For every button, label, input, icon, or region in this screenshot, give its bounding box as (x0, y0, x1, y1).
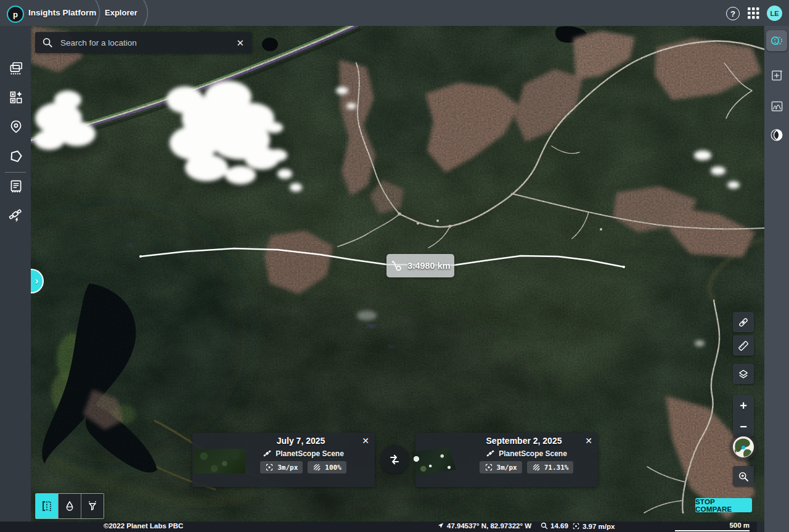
resolution-icon (484, 463, 493, 472)
sidebar-item-scenes[interactable] (7, 60, 24, 76)
coverage-badge: 100% (308, 461, 346, 473)
water-mode-button[interactable] (58, 494, 81, 518)
scene-date: July 7, 2025 (244, 436, 358, 446)
filter-mode-button[interactable] (81, 494, 104, 518)
polygon-icon (8, 149, 24, 165)
histogram-icon (770, 99, 784, 113)
close-icon[interactable]: ✕ (362, 436, 369, 445)
search-input[interactable] (58, 38, 236, 47)
ground-resolution: 3.97 m/px (572, 522, 615, 530)
compare-mode-button[interactable] (36, 494, 58, 518)
sidebar-item-orders[interactable] (7, 178, 24, 194)
resolution-icon (572, 522, 580, 530)
share-link-button[interactable] (733, 312, 754, 332)
sidebar-item-enhance[interactable] (766, 125, 787, 145)
measure-tooltip: 3.4980 km (386, 254, 454, 277)
scenes-icon (8, 60, 24, 76)
scene-thumbnail[interactable] (194, 449, 245, 473)
globe-button[interactable] (730, 433, 757, 460)
close-icon[interactable]: ✕ (585, 436, 592, 445)
tab-divider-arc (94, 0, 106, 26)
clear-percent-icon (313, 463, 321, 472)
water-drop-icon (63, 500, 76, 512)
zoom-area-button[interactable] (733, 466, 754, 486)
search-clear-icon[interactable]: ✕ (236, 38, 244, 47)
contrast-icon (769, 128, 784, 142)
globe-icon (731, 435, 756, 459)
left-sidebar: ⚙ (0, 26, 31, 522)
satellite-icon (263, 449, 272, 458)
compare-card-left: July 7, 2025 ✕ PlanetScope Scene 3m/px 1… (192, 433, 375, 487)
measure-tool-button[interactable] (733, 335, 754, 356)
status-bar: ©2022 Planet Labs PBC 47.94537° N, 82.97… (0, 522, 757, 532)
layers-icon (737, 368, 750, 380)
sidebar-item-compare[interactable] (766, 30, 787, 51)
insights-platform-app: p Insights Platform Explorer ? LE ⚙ (0, 0, 789, 532)
zoom-controls: + − (733, 395, 754, 437)
resolution-badge: 3m/px (260, 461, 303, 473)
location-search: ✕ (35, 32, 251, 53)
resolution-badge: 3m/px (480, 461, 522, 473)
scene-type: PlanetScope Scene (276, 449, 344, 458)
satellite-tasking-icon (8, 208, 24, 224)
scene-type: PlanetScope Scene (499, 449, 567, 458)
scene-thumbnail[interactable] (409, 448, 456, 476)
magnifier-plus-icon (737, 470, 750, 483)
planet-logo[interactable]: p (7, 6, 24, 23)
compare-circles-icon (769, 33, 784, 48)
coverage-badge: 71.31% (527, 461, 574, 473)
search-icon (42, 37, 53, 48)
sidebar-divider (5, 172, 26, 173)
satellite-icon (486, 449, 495, 458)
help-icon[interactable]: ? (726, 7, 740, 20)
swap-arrows-icon (387, 452, 402, 467)
product-title: Insights Platform (28, 8, 96, 17)
right-sidebar (764, 26, 789, 532)
copyright: ©2022 Planet Labs PBC (104, 522, 183, 530)
measure-path-icon (390, 260, 403, 272)
link-icon (737, 316, 750, 329)
scale-bar: 500 m (675, 522, 750, 531)
planet-logo-letter: p (13, 10, 18, 19)
tab-divider-arc (142, 0, 154, 26)
zoom-in-button[interactable]: + (733, 395, 754, 416)
location-pin-icon (8, 119, 24, 135)
add-scene-icon (770, 68, 784, 83)
apps-grid-icon[interactable] (748, 7, 759, 19)
document-icon (8, 178, 24, 194)
magnifier-icon (541, 522, 548, 530)
resolution-icon (265, 463, 274, 472)
swap-scenes-button[interactable] (380, 445, 409, 473)
sidebar-item-draw-aoi[interactable] (7, 148, 24, 165)
avatar[interactable]: LE (767, 6, 782, 21)
clear-percent-icon (532, 463, 541, 472)
stop-compare-button[interactable]: STOP COMPARE (695, 498, 752, 512)
zoom-level: 14.69 (541, 522, 568, 530)
layers-button[interactable] (733, 364, 754, 384)
sidebar-item-histogram[interactable] (766, 96, 787, 117)
cursor-arrow-icon (437, 522, 444, 530)
sidebar-item-add-scene[interactable] (766, 65, 787, 86)
compare-card-right: September 2, 2025 ✕ PlanetScope Scene 3m… (415, 433, 598, 487)
sidebar-item-tasking[interactable] (7, 208, 24, 224)
basemaps-grid-icon (8, 89, 24, 105)
ruler-icon (737, 340, 750, 352)
scene-date: September 2, 2025 (467, 436, 581, 446)
map-mode-toolbar (35, 493, 104, 519)
top-bar: p Insights Platform Explorer ? LE (0, 0, 789, 26)
measure-value: 3.4980 km (407, 261, 450, 271)
compare-split-icon (40, 499, 54, 513)
cursor-coordinates: 47.94537° N, 82.97322° W (437, 522, 531, 530)
tab-explorer[interactable]: Explorer (105, 8, 137, 17)
sidebar-item-location[interactable] (7, 118, 24, 135)
filter-funnel-icon (86, 500, 99, 512)
sidebar-item-basemaps[interactable] (7, 89, 24, 105)
